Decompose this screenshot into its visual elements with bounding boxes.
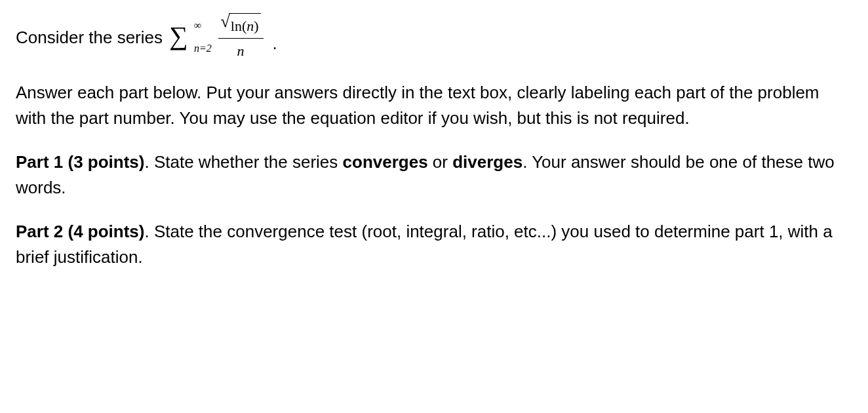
- part1-paragraph: Part 1 (3 points). State whether the ser…: [16, 149, 852, 201]
- ln-text: ln: [231, 18, 242, 34]
- part1-converges: converges: [343, 152, 428, 172]
- fraction-numerator: √ ln(n): [218, 13, 264, 39]
- fraction: √ ln(n) n: [218, 13, 264, 62]
- close-paren: ): [254, 18, 258, 34]
- intro-period: .: [273, 31, 277, 62]
- part2-paragraph: Part 2 (4 points). State the convergence…: [16, 219, 852, 270]
- sigma-upper: ∞: [194, 18, 201, 33]
- sigma-lower: n=2: [194, 41, 212, 56]
- part1-text-b: or: [428, 152, 453, 172]
- var-n-num: n: [247, 18, 254, 34]
- series-formula: ∑ ∞ n=2 √ ln(n) n: [169, 13, 264, 62]
- intro-paragraph: Consider the series ∑ ∞ n=2 √ ln(n) n .: [16, 13, 852, 62]
- sqrt-wrap: √ ln(n): [221, 13, 261, 37]
- fraction-denominator: n: [237, 39, 245, 62]
- part1-text-a: State whether the series: [154, 152, 343, 172]
- part2-label: Part 2 (4 points): [16, 222, 144, 241]
- sigma-symbol: ∑: [169, 21, 188, 50]
- instructions-text: Answer each part below. Put your answers…: [16, 83, 819, 128]
- part1-sep: .: [144, 152, 153, 172]
- intro-prefix: Consider the series: [16, 25, 163, 50]
- part2-sep: .: [144, 222, 153, 241]
- sqrt-body: ln(n): [229, 13, 261, 37]
- part1-label: Part 1 (3 points): [16, 152, 144, 172]
- part1-diverges: diverges: [452, 152, 523, 172]
- sigma-wrap: ∑ ∞ n=2: [169, 23, 188, 52]
- instructions-paragraph: Answer each part below. Put your answers…: [16, 80, 852, 131]
